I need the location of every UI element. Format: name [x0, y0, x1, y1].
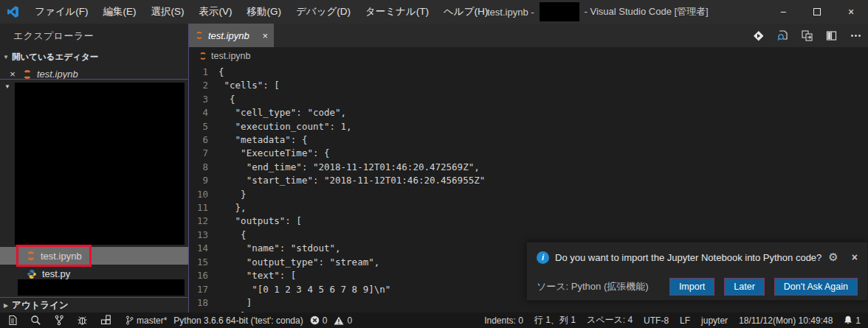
code-text: {: [218, 66, 868, 79]
code-text: "cells": [: [218, 79, 868, 92]
import-notebook-icon[interactable]: [801, 29, 813, 42]
line-number: 1: [189, 66, 218, 79]
code-line: 3 {: [189, 93, 868, 106]
notification-action-button[interactable]: Don't Ask Again: [774, 278, 858, 296]
warning-icon: [334, 316, 344, 325]
sidebar-redaction-box: [15, 83, 185, 245]
status-item[interactable]: jupyter: [701, 315, 728, 326]
split-editor-icon[interactable]: [825, 29, 838, 42]
python-file-icon: [27, 269, 37, 279]
error-count: 0: [323, 315, 328, 326]
notification-action-button[interactable]: Import: [669, 278, 714, 296]
line-number: 5: [189, 120, 218, 133]
jupyter-file-icon: [199, 52, 207, 60]
line-number: 16: [189, 269, 218, 282]
branch-icon: [125, 315, 134, 325]
python-interpreter-status[interactable]: Python 3.6.6 64-bit ('test': conda): [173, 315, 303, 326]
minimize-button[interactable]: −: [766, 0, 800, 24]
file-item-label: test.ipynb: [41, 251, 82, 262]
code-text: "start_time": "2018-11-12T01:46:20.45695…: [218, 174, 868, 187]
code-text: "cell_type": "code",: [218, 106, 868, 119]
title-redaction-box: [540, 2, 579, 21]
notification-toast: i Do you want to import the Jupyter Note…: [526, 242, 868, 301]
more-actions-icon[interactable]: [850, 29, 862, 42]
line-number: 11: [189, 201, 218, 214]
line-number: 7: [189, 147, 218, 160]
breadcrumb[interactable]: test.ipynb: [189, 47, 868, 65]
open-editors-label: 開いているエディター: [12, 52, 98, 63]
git-branch-status[interactable]: master*: [125, 315, 167, 326]
menu-item[interactable]: 編集(E): [96, 0, 144, 24]
folder-chevron-icon[interactable]: ▼: [4, 83, 10, 90]
branch-name: master*: [137, 315, 167, 326]
close-editor-icon[interactable]: ×: [7, 69, 18, 80]
tab-label: test.ipynb: [208, 30, 259, 41]
code-text: },: [218, 201, 868, 214]
open-editor-item-notebook[interactable]: × test.ipynb: [0, 66, 188, 83]
status-item[interactable]: Indents: 0: [484, 315, 523, 326]
gear-icon[interactable]: ⚙: [828, 251, 838, 264]
sidebar-redaction-box-small: [18, 279, 185, 296]
status-item[interactable]: スペース: 4: [587, 314, 633, 327]
status-bar-left: master* Python 3.6.6 64-bit ('test': con…: [7, 315, 352, 326]
line-number: 15: [189, 256, 218, 269]
notification-buttons: ImportLaterDon't Ask Again: [669, 278, 858, 296]
code-text: {: [218, 228, 868, 242]
status-bar: master* Python 3.6.6 64-bit ('test': con…: [0, 313, 868, 328]
source-control-icon[interactable]: [54, 315, 64, 326]
notification-action-button[interactable]: Later: [724, 278, 765, 296]
chevron-down-icon: ▼: [0, 54, 12, 60]
window-title: test.ipynb - - Visual Studio Code [管理者]: [487, 0, 709, 24]
menu-item[interactable]: ターミナル(T): [358, 0, 436, 24]
close-window-button[interactable]: ×: [834, 0, 868, 24]
explorer-sidebar: エクスプローラー ▼ 開いているエディター × test.ipynb ▼ tes…: [0, 24, 189, 313]
code-line: 11 },: [189, 201, 868, 214]
notification-close-icon[interactable]: ×: [852, 251, 858, 263]
extensions-icon[interactable]: [100, 315, 111, 326]
bell-count: 1: [855, 315, 861, 326]
window-title-suffix: - Visual Studio Code [管理者]: [585, 5, 709, 18]
editor-actions: [752, 24, 862, 47]
line-number: 13: [189, 228, 218, 242]
menu-item[interactable]: 選択(S): [144, 0, 192, 24]
explorer-icon[interactable]: [7, 315, 18, 326]
code-line: 8 "end_time": "2018-11-12T01:46:20.47256…: [189, 161, 868, 174]
line-number: 17: [189, 283, 218, 296]
code-line: 4 "cell_type": "code",: [189, 106, 868, 119]
open-editors-section-header[interactable]: ▼ 開いているエディター: [0, 48, 188, 66]
search-icon[interactable]: [30, 315, 41, 326]
code-line: 7 "ExecuteTime": {: [189, 147, 868, 160]
status-item[interactable]: 18/11/12(Mon) 10:49:48: [739, 315, 833, 326]
error-icon: [310, 315, 320, 325]
export-notebook-icon[interactable]: [752, 29, 765, 42]
tab-close-icon[interactable]: ×: [262, 30, 268, 41]
status-bar-right: Indents: 0行 1、列 1スペース: 4UTF-8LFjupyter18…: [484, 314, 861, 327]
explorer-title: エクスプローラー: [0, 24, 188, 48]
outline-section-header[interactable]: ▶ アウトライン: [0, 297, 188, 313]
code-line: 1 {: [189, 66, 868, 79]
code-line: 5 "execution_count": 1,: [189, 120, 868, 133]
line-number: 9: [189, 174, 218, 187]
line-number: 10: [189, 188, 218, 201]
menu-item[interactable]: デバッグ(D): [289, 0, 358, 24]
notification-footer: ソース: Python (拡張機能) ImportLaterDon't Ask …: [527, 272, 867, 301]
debug-icon[interactable]: [77, 315, 88, 326]
code-text: }: [218, 188, 868, 201]
tab-test-ipynb[interactable]: test.ipynb ×: [189, 24, 274, 47]
status-item[interactable]: 行 1、列 1: [534, 314, 576, 327]
menu-item[interactable]: 移動(G): [240, 0, 289, 24]
notification-bell-status[interactable]: 1: [844, 315, 861, 326]
file-item-notebook[interactable]: test.ipynb: [0, 247, 188, 265]
status-item[interactable]: UTF-8: [644, 315, 669, 326]
status-item[interactable]: LF: [680, 315, 690, 326]
open-preview-icon[interactable]: [776, 29, 789, 42]
menu-item[interactable]: ファイル(F): [27, 0, 96, 24]
code-line: 6 "metadata": {: [189, 133, 868, 147]
code-text: "metadata": {: [218, 133, 868, 147]
window-title-prefix: test.ipynb -: [487, 7, 534, 18]
problems-status[interactable]: 0 0: [310, 315, 352, 326]
maximize-button[interactable]: [800, 0, 834, 24]
menu-item[interactable]: 表示(V): [192, 0, 240, 24]
code-text: "outputs": [: [218, 214, 868, 228]
warning-count: 0: [347, 315, 352, 326]
